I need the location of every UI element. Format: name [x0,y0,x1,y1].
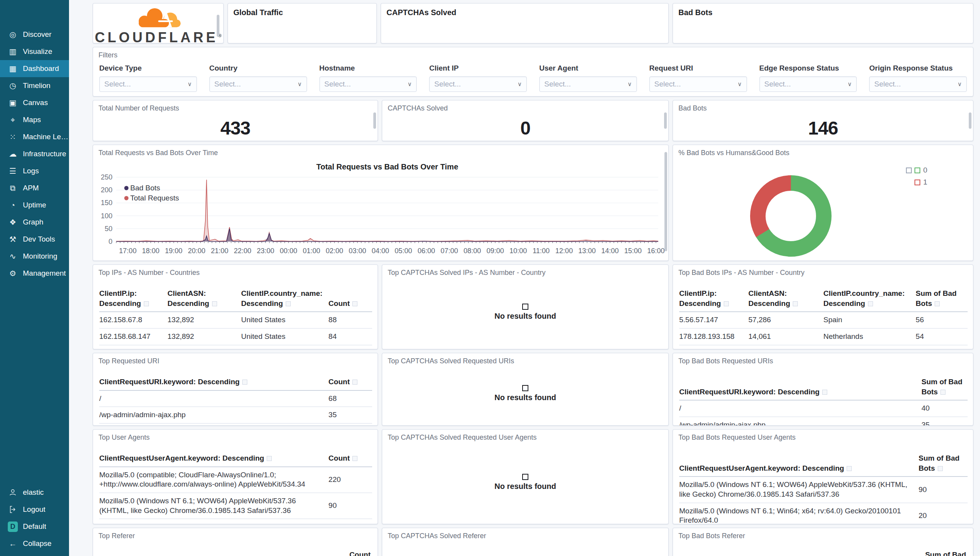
sort-icon[interactable] [938,466,943,471]
scrollbar[interactable] [664,152,667,251]
sort-icon[interactable] [286,301,291,306]
legend-label[interactable]: 1 [923,178,927,186]
dev-tools-icon: ⚒ [8,235,18,244]
column-header[interactable]: Count [349,551,371,556]
hostname-select[interactable]: Select...∨ [319,76,417,92]
sidebar-item-logs[interactable]: ☰Logs [0,162,69,180]
sort-icon[interactable] [822,390,827,395]
filters-panel: Filters Device TypeSelect...∨CountrySele… [93,47,973,97]
column-header[interactable]: Sum of Bad [925,551,966,556]
sidebar-item-graph[interactable]: ❖Graph [0,214,69,231]
scrollbar[interactable] [664,112,667,129]
sort-icon[interactable] [935,301,940,306]
column-header[interactable]: ClientIP.ip: Descending [99,287,167,312]
sidebar-item-label: Machine Le… [23,133,68,141]
column-header[interactable]: ClientRequestURI.keyword: Descending [99,375,328,390]
sidebar-item-management[interactable]: ⚙Management [0,265,69,282]
column-header[interactable]: Sum of Bad Bots [919,452,968,477]
sort-icon[interactable] [724,301,729,306]
sidebar-item-dev-tools[interactable]: ⚒Dev Tools [0,231,69,248]
top-badbot-ips-panel: Top Bad Bots IPs - AS Number - Country C… [673,264,973,349]
legend-swatch-green[interactable] [914,167,920,173]
sidebar-item-dashboard[interactable]: ▦Dashboard [0,60,69,77]
sort-icon[interactable] [352,456,357,461]
client-ip-select[interactable]: Select...∨ [429,76,527,92]
column-header[interactable]: ClientASN: Descending [167,287,241,312]
table-cell: 56 [328,345,372,349]
column-header[interactable]: ClientIP.country_name: Descending [241,287,328,312]
column-header[interactable]: Count [328,375,372,390]
sort-icon[interactable] [212,301,217,306]
sidebar-item-default-space[interactable]: DDefault [0,518,69,535]
column-header[interactable]: ClientIP.country_name: Descending [823,287,916,312]
sort-icon[interactable] [352,301,357,306]
column-header[interactable]: Count [328,287,372,312]
sidebar-item-label: APM [23,184,39,192]
sidebar-item-machine-learning[interactable]: ⁙Machine Le… [0,128,69,145]
sidebar-item-discover[interactable]: ◎Discover [0,26,69,43]
legend-toggle-icon[interactable] [906,167,912,173]
table-cell: 90 [328,493,372,519]
column-header[interactable]: ClientRequestURI.keyword: Descending [679,375,921,400]
sidebar-item-monitoring[interactable]: ∿Monitoring [0,248,69,265]
sort-icon[interactable] [352,380,357,385]
device-type-select[interactable]: Select...∨ [99,76,197,92]
filters-fields: Device TypeSelect...∨CountrySelect...∨Ho… [93,64,973,92]
elastic-user-icon [8,488,18,497]
select-placeholder: Select... [654,80,738,88]
column-header-text: ClientIP.country_name: Descending [241,289,323,307]
sort-icon[interactable] [242,380,247,385]
sidebar-item-elastic-user[interactable]: elastic [0,484,69,501]
select-placeholder: Select... [214,80,298,88]
svg-text:21:00: 21:00 [211,247,228,255]
column-header[interactable]: ClientIP.ip: Descending [679,287,749,312]
metric-captchas-solved: CAPTCHAs Solved 0 [382,100,669,141]
sort-icon[interactable] [847,466,852,471]
sidebar-item-logout[interactable]: Logout [0,501,69,518]
column-header[interactable]: Count [328,452,372,467]
sort-icon[interactable] [267,456,272,461]
column-header[interactable]: Sum of Bad Bots [916,287,968,312]
metric-value: 433 [93,119,378,141]
sidebar-item-infrastructure[interactable]: ☁Infrastructure [0,145,69,162]
edge-response-status-select[interactable]: Select...∨ [759,76,857,92]
column-header[interactable]: Sum of Bad Bots [921,375,968,400]
sidebar-item-visualize[interactable]: ▥Visualize [0,43,69,60]
sort-icon[interactable] [793,301,798,306]
filter-group-hostname: HostnameSelect...∨ [319,64,417,92]
table-title: Top CAPTCHAs Solved Referer [382,528,668,540]
sidebar-item-uptime[interactable]: ◔Uptime [0,197,69,214]
legend-label[interactable]: 0 [923,166,927,174]
chevron-down-icon: ∨ [518,81,522,88]
column-header[interactable]: ClientASN: Descending [749,287,823,312]
scrollbar[interactable] [969,112,971,129]
origin-response-status-select[interactable]: Select...∨ [869,76,967,92]
table-cell: United States [823,345,916,349]
column-header[interactable]: ClientRequestUserAgent.keyword: Descendi… [679,452,919,477]
user-agent-select[interactable]: Select...∨ [539,76,637,92]
scrollbar[interactable] [373,112,376,129]
legend-item[interactable]: 1 [906,178,927,186]
sidebar-item-collapse[interactable]: ←Collapse [0,535,69,552]
table-cell: Spain [823,312,916,328]
logs-icon: ☰ [8,166,18,176]
table-cell: 162.158.67.8 [99,312,167,328]
sidebar-item-timelion[interactable]: ◷Timelion [0,77,69,94]
request-uri-select[interactable]: Select...∨ [649,76,747,92]
sidebar-item-apm[interactable]: ⧉APM [0,180,69,197]
data-table: ClientRequestUserAgent.keyword: Descendi… [99,452,372,519]
table-title: Top CAPTCHAs Solved Requested URIs [382,353,668,365]
table-row: Mozilla/5.0 (Windows NT 6.1; WOW64) Appl… [99,493,372,519]
sort-icon[interactable] [144,301,149,306]
scrollbar[interactable] [217,15,219,37]
legend-item[interactable]: 0 [906,166,927,174]
top-badbot-uri-panel: Top Bad Bots Requested URIs ClientReques… [673,353,973,426]
sort-icon[interactable] [868,301,873,306]
legend-swatch-red[interactable] [914,180,920,185]
filter-label: Client IP [429,64,527,73]
sort-icon[interactable] [940,390,945,395]
sidebar-item-canvas[interactable]: ▣Canvas [0,94,69,111]
column-header[interactable]: ClientRequestUserAgent.keyword: Descendi… [99,452,328,467]
sidebar-item-maps[interactable]: ⌖Maps [0,111,69,128]
country-select[interactable]: Select...∨ [209,76,307,92]
